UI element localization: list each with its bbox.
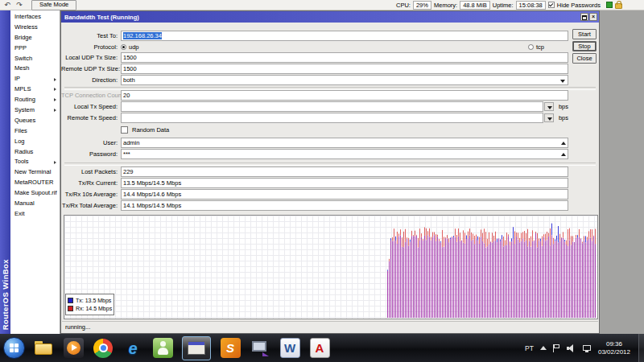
sidebar-item-queues[interactable]: Queues — [10, 116, 60, 126]
password-input[interactable]: *** — [121, 149, 568, 159]
media-player-icon — [64, 338, 84, 358]
taskbar-clock[interactable]: 09:36 03/02/2012 — [598, 340, 632, 356]
tcp-connection-count-input[interactable]: 20 — [121, 90, 568, 101]
local-tx-speed-dropdown-button[interactable] — [544, 102, 554, 111]
language-indicator[interactable]: PT — [525, 344, 534, 352]
sidebar-item-exit[interactable]: Exit — [10, 209, 60, 220]
hidden-icons-arrow-icon[interactable] — [540, 346, 547, 350]
remote-tx-speed-input[interactable] — [121, 113, 543, 123]
window-controls: × — [580, 13, 597, 21]
random-data-checkbox[interactable] — [121, 126, 128, 134]
radio-dot-udp — [121, 44, 126, 50]
redo-icon[interactable]: ↷ — [14, 1, 24, 10]
result-row-10s-average: Tx/Rx 10s Average: 14.4 Mbps/14.6 Mbps — [61, 189, 599, 200]
local-tx-speed-input[interactable] — [121, 101, 543, 112]
taskbar-media-player[interactable] — [62, 336, 85, 360]
test-to-input[interactable]: 192.168.26.34 — [121, 31, 568, 41]
tcp-connection-count-label: TCP Connection Count: — [61, 90, 118, 101]
sidebar-item-routing[interactable]: Routing — [10, 95, 60, 105]
network-icon[interactable] — [583, 344, 592, 352]
hide-passwords-checkbox[interactable] — [548, 2, 555, 8]
close-window-button[interactable]: × — [589, 13, 597, 21]
show-desktop-button[interactable] — [638, 334, 644, 362]
sidebar-item-mesh[interactable]: Mesh — [10, 64, 60, 74]
sidebar-item-new-terminal[interactable]: New Terminal — [10, 167, 60, 178]
direction-dropdown[interactable]: both — [121, 75, 568, 85]
sidebar-item-tools[interactable]: Tools — [10, 157, 60, 167]
window-icon — [188, 341, 205, 355]
brand-text: RouterOS WinBox — [1, 259, 10, 330]
safe-mode-button[interactable]: Safe Mode — [31, 0, 76, 10]
volume-icon[interactable] — [567, 344, 576, 352]
start-button-orb[interactable] — [2, 336, 25, 360]
remote-desktop-icon — [250, 338, 270, 359]
sidebar-item-system[interactable]: System — [10, 105, 60, 116]
sidebar-item-log[interactable]: Log — [10, 137, 60, 147]
sidebar-item-label: New Terminal — [14, 168, 51, 175]
taskbar-word[interactable]: W — [279, 336, 301, 360]
clock-time: 09:36 — [598, 340, 630, 348]
sidebar-item-wireless[interactable]: Wireless — [10, 23, 60, 33]
taskbar-winbox-active[interactable] — [181, 336, 212, 360]
remote-tx-speed-dropdown-button[interactable] — [544, 113, 554, 122]
sidebar-item-interfaces[interactable]: Interfaces — [10, 12, 60, 23]
remote-udp-tx-size-label: Remote UDP Tx Size: — [61, 64, 118, 74]
user-input[interactable]: admin — [121, 138, 568, 148]
local-udp-tx-size-input[interactable]: 1500 — [121, 52, 568, 63]
taskbar-chrome[interactable] — [92, 336, 114, 360]
arrow-up-icon[interactable] — [561, 142, 566, 145]
taskbar-windows-explorer[interactable] — [32, 336, 55, 360]
action-center-icon[interactable] — [553, 344, 560, 352]
memory-label: Memory: — [434, 2, 457, 9]
sidebar-item-label: Make Supout.rif — [14, 189, 57, 196]
sidebar-item-ip[interactable]: IP — [10, 74, 60, 84]
sidebar-item-label: Exit — [14, 210, 25, 217]
arrow-up-icon[interactable] — [561, 153, 566, 156]
tx-rx-total-average-value: 14.1 Mbps/14.5 Mbps — [121, 200, 568, 211]
taskbar-adobe-reader[interactable]: A — [308, 336, 331, 360]
sidebar: InterfacesWirelessBridgePPPSwitchMeshIPM… — [10, 10, 60, 334]
password-value: *** — [123, 150, 130, 158]
form-row-protocol: Protocol: udp tcp — [61, 42, 599, 52]
tx-rx-10s-average-value: 14.4 Mbps/14.6 Mbps — [121, 189, 568, 200]
sidebar-item-switch[interactable]: Switch — [10, 54, 60, 64]
restore-window-button[interactable] — [580, 13, 588, 21]
taskbar-remote-desktop[interactable] — [249, 336, 271, 360]
sidebar-item-label: Bridge — [14, 34, 32, 41]
taskbar: e S W A PT 09:36 03/02/2012 — [0, 334, 644, 362]
chrome-icon — [93, 339, 113, 358]
remote-tx-speed-unit: bps — [559, 113, 568, 123]
taskbar-messenger[interactable] — [151, 336, 174, 360]
form-row-direction: Direction: both — [61, 75, 599, 85]
protocol-tcp-radio[interactable]: tcp — [528, 42, 544, 52]
result-row-lost-packets: Lost Packets: 229 — [61, 167, 599, 177]
local-tx-speed-unit: bps — [559, 101, 568, 112]
taskbar-internet-explorer[interactable]: e — [122, 336, 144, 360]
sidebar-item-manual[interactable]: Manual — [10, 199, 60, 209]
sidebar-item-label: Wireless — [14, 23, 38, 31]
legend-rx: Rx: 14.5 Mbps — [68, 305, 112, 314]
chevron-down-icon — [560, 80, 565, 83]
taskbar-orange-app[interactable]: S — [219, 336, 242, 360]
undo-icon[interactable]: ↶ — [2, 1, 12, 10]
sidebar-item-label: Radius — [14, 148, 33, 155]
form-row-remote-tx-speed: Remote Tx Speed: bps — [61, 113, 599, 123]
sidebar-item-make-supout-rif[interactable]: Make Supout.rif — [10, 188, 60, 199]
sidebar-item-files[interactable]: Files — [10, 126, 60, 137]
window-titlebar[interactable]: Bandwidth Test (Running) × — [61, 11, 599, 23]
sidebar-item-radius[interactable]: Radius — [10, 147, 60, 158]
sidebar-item-metarouter[interactable]: MetaROUTER — [10, 178, 60, 188]
tx-color-swatch — [68, 298, 73, 303]
radio-dot-tcp — [528, 44, 534, 50]
tx-rx-10s-average-label: Tx/Rx 10s Average: — [61, 189, 118, 200]
separator — [64, 162, 596, 166]
sidebar-item-ppp[interactable]: PPP — [10, 43, 60, 54]
word-icon: W — [280, 338, 300, 358]
remote-udp-tx-size-input[interactable]: 1500 — [121, 64, 568, 74]
protocol-udp-radio[interactable]: udp — [121, 42, 139, 52]
submenu-arrow-icon — [54, 88, 56, 91]
random-data-label: Random Data — [132, 125, 169, 135]
sidebar-item-bridge[interactable]: Bridge — [10, 33, 60, 43]
local-udp-tx-size-label: Local UDP Tx Size: — [61, 52, 118, 63]
sidebar-item-mpls[interactable]: MPLS — [10, 84, 60, 95]
